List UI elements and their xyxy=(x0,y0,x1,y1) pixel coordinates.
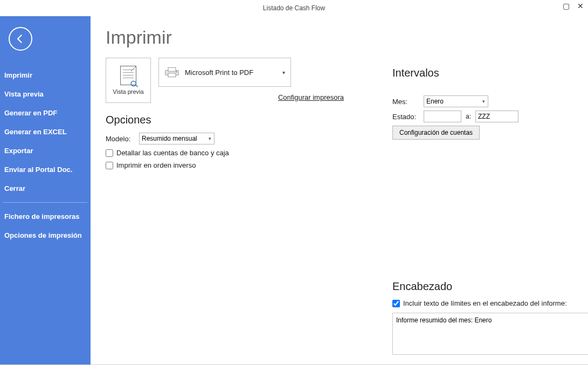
mes-label: Mes: xyxy=(392,98,419,106)
sidebar-item-generar-pdf[interactable]: Generar en PDF xyxy=(0,104,91,122)
sidebar-item-enviar-portal[interactable]: Enviar al Portal Doc. xyxy=(0,160,91,179)
main-panel: Imprimir Vista previa xyxy=(91,16,588,364)
sidebar-item-fichero-impresoras[interactable]: Fichero de impresoras xyxy=(0,207,91,226)
detallar-checkbox-row[interactable]: Detallar las cuentas de banco y caja xyxy=(106,149,573,157)
sidebar: Imprimir Vista previa Generar en PDF Gen… xyxy=(0,16,91,364)
modelo-select[interactable]: Resumido mensual xyxy=(139,133,215,144)
mes-select[interactable]: Enero xyxy=(424,95,488,107)
configurar-impresora-link[interactable]: Configurar impresora xyxy=(158,93,344,101)
svg-point-0 xyxy=(131,81,136,86)
estado-from-input[interactable] xyxy=(424,111,461,122)
encabezado-textarea[interactable]: Informe resumido del mes: Enero xyxy=(392,313,588,355)
arrow-left-icon xyxy=(15,33,26,44)
inverso-checkbox-row[interactable]: Imprimir en orden inverso xyxy=(106,161,573,169)
sidebar-item-vista-previa[interactable]: Vista previa xyxy=(0,85,91,104)
svg-rect-4 xyxy=(168,73,176,77)
config-cuentas-button[interactable]: Configuración de cuentas xyxy=(392,126,480,140)
close-icon[interactable]: ✕ xyxy=(577,2,584,10)
svg-rect-3 xyxy=(168,67,176,71)
inverso-label: Imprimir en orden inverso xyxy=(116,161,196,169)
back-button[interactable] xyxy=(9,27,32,51)
modelo-label: Modelo: xyxy=(106,135,134,143)
intervalos-title: Intervalos xyxy=(392,67,588,79)
sidebar-separator xyxy=(3,202,87,203)
printer-dropdown[interactable]: Microsoft Print to PDF ▾ xyxy=(158,58,291,87)
svg-point-5 xyxy=(176,71,177,72)
sidebar-item-opciones-impresion[interactable]: Opciones de impresión xyxy=(0,226,91,245)
detallar-label: Detallar las cuentas de banco y caja xyxy=(116,149,229,157)
svg-line-1 xyxy=(136,85,139,87)
page-title: Imprimir xyxy=(106,27,573,48)
detallar-checkbox[interactable] xyxy=(106,149,113,157)
vista-previa-label: Vista previa xyxy=(113,88,143,95)
sidebar-item-exportar[interactable]: Exportar xyxy=(0,141,91,160)
inverso-checkbox[interactable] xyxy=(106,162,113,169)
document-preview-icon xyxy=(120,66,136,85)
encabezado-title: Encabezado xyxy=(392,280,588,293)
incluir-limites-label: Incluir texto de límites en el encabezad… xyxy=(403,299,567,307)
window-title: Listado de Cash Flow xyxy=(263,4,325,12)
titlebar: Listado de Cash Flow ▢ ✕ xyxy=(0,0,588,16)
estado-to-input[interactable] xyxy=(475,111,518,122)
sidebar-item-generar-excel[interactable]: Generar en EXCEL xyxy=(0,122,91,141)
printer-icon xyxy=(164,66,179,78)
incluir-limites-checkbox[interactable] xyxy=(392,300,400,307)
estado-label: Estado: xyxy=(392,113,419,121)
incluir-limites-row[interactable]: Incluir texto de límites en el encabezad… xyxy=(392,299,588,307)
sidebar-item-imprimir[interactable]: Imprimir xyxy=(0,66,91,85)
printer-selected-label: Microsoft Print to PDF xyxy=(185,68,253,77)
chevron-down-icon: ▾ xyxy=(282,70,285,75)
maximize-icon[interactable]: ▢ xyxy=(563,2,570,10)
estado-a-label: a: xyxy=(466,113,471,120)
vista-previa-button[interactable]: Vista previa xyxy=(106,58,151,103)
sidebar-item-cerrar[interactable]: Cerrar xyxy=(0,179,91,198)
